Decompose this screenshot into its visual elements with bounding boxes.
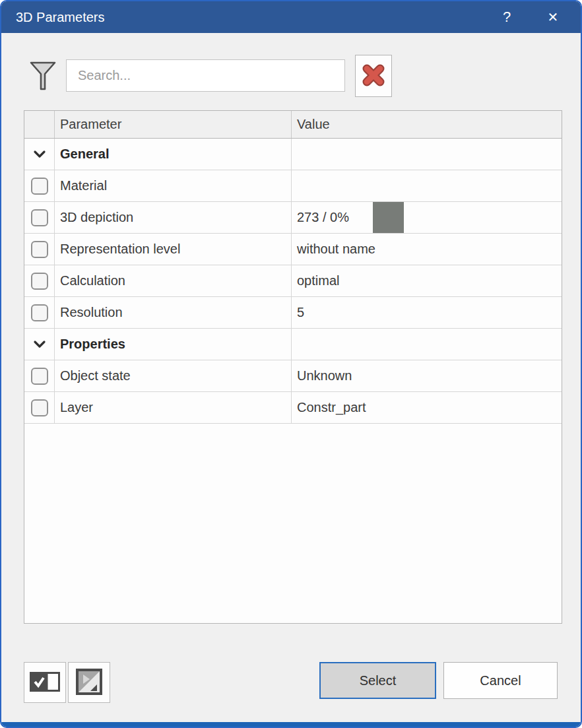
row-label: Object state [55,368,131,383]
row-checkbox-cell [24,170,55,201]
row-value-cell [292,170,562,201]
table-row[interactable]: 3D depiction 273 / 0% [24,202,562,234]
row-value: without name [292,242,375,257]
red-x-icon [362,63,385,89]
table-row[interactable]: Layer Constr_part [24,392,562,424]
row-checkbox-cell [24,234,55,265]
chevron-down-icon [33,340,46,348]
row-label: Resolution [55,305,123,320]
row-label-cell: Layer [55,392,292,423]
row-checkbox[interactable] [31,273,48,290]
cancel-button[interactable]: Cancel [443,662,558,699]
select-button[interactable]: Select [319,662,436,699]
filter-funnel-icon [29,59,57,96]
titlebar: 3D Parameters ? ✕ [1,1,581,33]
dialog-title: 3D Parameters [16,10,105,25]
group-expander-cell[interactable] [24,329,55,360]
table-row[interactable]: Resolution 5 [24,297,562,329]
group-value-cell [292,329,562,360]
group-expander-cell[interactable] [24,139,55,170]
row-value-cell: without name [292,234,562,265]
row-label-cell: Material [55,170,292,201]
row-value: optimal [292,273,339,288]
table-group-row[interactable]: Properties [24,329,562,360]
row-checkbox[interactable] [31,178,48,195]
toggle-all-checkboxes-button[interactable] [24,662,66,703]
row-checkbox-cell [24,392,55,423]
row-label-cell: Object state [55,360,292,391]
row-label: Representation level [55,242,180,257]
group-label-cell: Properties [55,329,292,360]
row-value: Unknown [292,368,352,383]
row-checkbox[interactable] [31,241,48,258]
row-value-cell: 5 [292,297,562,328]
row-label: Calculation [55,273,125,288]
row-label: Layer [55,400,93,415]
chevron-down-icon [33,150,46,158]
checkbox-toggle-icon [30,672,60,694]
invert-selection-button[interactable] [68,662,110,703]
row-label-cell: Representation level [55,234,292,265]
row-label-cell: 3D depiction [55,202,292,233]
row-value: 273 / 0% [292,210,349,225]
row-checkbox-cell [24,360,55,391]
row-value: Constr_part [292,400,366,415]
table-header-row: Parameter Value [24,111,562,139]
row-label-cell: Calculation [55,265,292,296]
3d-parameters-dialog: 3D Parameters ? ✕ Parameter Valu [0,0,582,728]
table-row[interactable]: Representation level without name [24,234,562,265]
parameter-table: Parameter Value General [24,110,562,624]
header-parameter-cell: Parameter [55,111,292,138]
group-label-cell: General [55,139,292,170]
table-row[interactable]: Object state Unknown [24,360,562,392]
group-value-cell [292,139,562,170]
row-value-cell: Unknown [292,360,562,391]
invert-selection-icon [75,667,104,698]
table-row[interactable]: Calculation optimal [24,265,562,297]
header-value-cell: Value [292,111,562,138]
row-value-cell: 273 / 0% [292,202,562,233]
header-value-label: Value [292,117,330,132]
row-checkbox-cell [24,202,55,233]
row-label: 3D depiction [55,210,133,225]
group-label: Properties [55,337,125,352]
table-body: General Material 3D depiction [24,139,562,424]
row-checkbox[interactable] [31,399,48,416]
table-group-row[interactable]: General [24,139,562,170]
color-swatch [373,202,404,233]
group-label: General [55,147,109,162]
row-checkbox[interactable] [31,304,48,321]
window-bottom-edge [1,722,581,727]
row-checkbox-cell [24,297,55,328]
help-button[interactable]: ? [494,1,520,33]
close-button[interactable]: ✕ [540,1,566,33]
header-parameter-label: Parameter [55,117,121,132]
row-checkbox[interactable] [31,209,48,226]
row-value: 5 [292,305,304,320]
clear-search-button[interactable] [355,55,392,97]
row-value-cell: Constr_part [292,392,562,423]
row-checkbox-cell [24,265,55,296]
header-select-cell [24,111,55,138]
row-label-cell: Resolution [55,297,292,328]
search-input[interactable] [66,59,345,92]
row-label: Material [55,178,107,193]
row-value-cell: optimal [292,265,562,296]
row-checkbox[interactable] [31,368,48,385]
table-row[interactable]: Material [24,170,562,202]
